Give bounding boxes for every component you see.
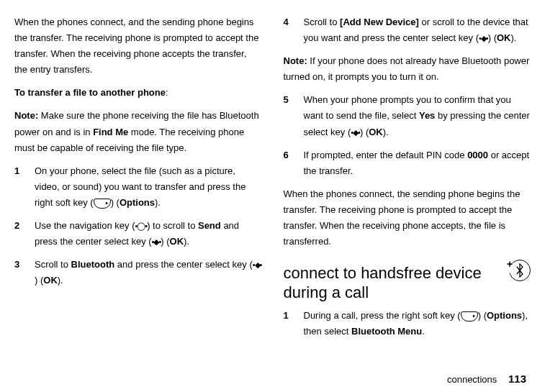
find-me-mode: Find Me bbox=[93, 127, 128, 137]
text: ). bbox=[184, 236, 189, 247]
closing-paragraph: When the phones connect, the sending pho… bbox=[284, 186, 531, 250]
ok-label: OK bbox=[497, 32, 511, 43]
pin-code: 0000 bbox=[467, 150, 488, 160]
step-number: 5 bbox=[284, 92, 304, 140]
text: During a call, press the right soft key … bbox=[304, 310, 461, 321]
subheading-row: connect to handsfree device during a cal… bbox=[284, 257, 531, 308]
step-3: 3 Scroll to Bluetooth and press the cent… bbox=[14, 257, 262, 288]
text: Scroll to bbox=[304, 17, 341, 27]
center-select-icon: •◆• bbox=[253, 258, 262, 272]
subheading: connect to handsfree device during a cal… bbox=[284, 264, 510, 302]
text: ) ( bbox=[488, 32, 497, 43]
add-new-device-label: [Add New Device] bbox=[340, 17, 419, 27]
send-label: Send bbox=[198, 220, 221, 231]
step-body: Scroll to Bluetooth and press the center… bbox=[35, 257, 262, 288]
page-footer: connections 113 bbox=[14, 370, 531, 388]
bluetooth-menu-label: Bluetooth Menu bbox=[351, 326, 422, 337]
note-paragraph: Note: Make sure the phone receiving the … bbox=[14, 108, 262, 155]
options-label: Options bbox=[487, 310, 522, 321]
right-column: 4 Scroll to [Add New Device] or scroll t… bbox=[284, 14, 531, 367]
text: ) to scroll to bbox=[147, 220, 198, 231]
step-body: Scroll to [Add New Device] or scroll to … bbox=[304, 14, 531, 46]
bluetooth-badge-icon bbox=[509, 260, 531, 281]
text: ) ( bbox=[478, 310, 487, 321]
ok-label: OK bbox=[369, 127, 383, 137]
center-select-icon: •◆• bbox=[479, 32, 488, 45]
step-number: 3 bbox=[14, 257, 35, 288]
left-column: When the phones connect, and the sending… bbox=[14, 14, 262, 367]
bluetooth-label: Bluetooth bbox=[71, 259, 115, 270]
note-label: Note: bbox=[14, 110, 38, 121]
step-2: 2 Use the navigation key (•◯•) to scroll… bbox=[14, 218, 262, 250]
page-number: 113 bbox=[508, 373, 526, 385]
navigation-key-icon: •◯• bbox=[135, 219, 147, 233]
center-select-icon: •◆• bbox=[351, 126, 360, 140]
ok-label: OK bbox=[43, 275, 58, 286]
text: . bbox=[422, 326, 425, 337]
transfer-heading-text: To transfer a file to another phone bbox=[14, 87, 166, 98]
section-name: connections bbox=[447, 374, 497, 385]
text: ). bbox=[383, 127, 389, 137]
step-body: During a call, press the right soft key … bbox=[304, 308, 531, 339]
intro-paragraph: When the phones connect, and the sending… bbox=[14, 14, 262, 78]
note-paragraph-2: Note: If your phone does not already hav… bbox=[284, 53, 531, 85]
soft-key-icon bbox=[94, 199, 111, 209]
handsfree-step-1: 1 During a call, press the right soft ke… bbox=[284, 308, 531, 339]
step-number: 4 bbox=[284, 14, 304, 46]
text: ) ( bbox=[35, 275, 43, 286]
text: Scroll to bbox=[35, 259, 71, 270]
two-column-layout: When the phones connect, and the sending… bbox=[14, 14, 531, 367]
soft-key-icon bbox=[461, 311, 478, 322]
step-4: 4 Scroll to [Add New Device] or scroll t… bbox=[284, 14, 531, 46]
text: ) ( bbox=[161, 236, 169, 247]
step-number: 6 bbox=[284, 147, 304, 179]
step-number: 2 bbox=[14, 218, 35, 250]
text: ) ( bbox=[111, 197, 120, 208]
step-body: If prompted, enter the default PIN code … bbox=[304, 147, 531, 179]
step-5: 5 When your phone prompts you to confirm… bbox=[284, 92, 531, 140]
text: ). bbox=[58, 275, 63, 286]
options-label: Options bbox=[120, 197, 155, 208]
note-label: Note: bbox=[284, 55, 307, 66]
ok-label: OK bbox=[170, 236, 184, 247]
text: Use the navigation key ( bbox=[35, 220, 135, 231]
step-body: Use the navigation key (•◯•) to scroll t… bbox=[35, 218, 262, 250]
step-number: 1 bbox=[284, 308, 304, 339]
note-text: If your phone does not already have Blue… bbox=[284, 55, 530, 82]
text: ). bbox=[511, 32, 517, 43]
center-select-icon: •◆• bbox=[152, 235, 161, 249]
step-body: When your phone prompts you to confirm t… bbox=[304, 92, 531, 140]
text: ). bbox=[155, 197, 161, 208]
text: ) ( bbox=[360, 127, 369, 137]
step-6: 6 If prompted, enter the default PIN cod… bbox=[284, 147, 531, 179]
yes-label: Yes bbox=[419, 110, 435, 121]
step-number: 1 bbox=[14, 163, 35, 211]
step-body: On your phone, select the file (such as … bbox=[35, 163, 262, 211]
transfer-heading: To transfer a file to another phone: bbox=[14, 85, 262, 101]
step-1: 1 On your phone, select the file (such a… bbox=[14, 163, 262, 211]
text: and press the center select key ( bbox=[114, 259, 252, 270]
text: If prompted, enter the default PIN code bbox=[304, 150, 468, 160]
